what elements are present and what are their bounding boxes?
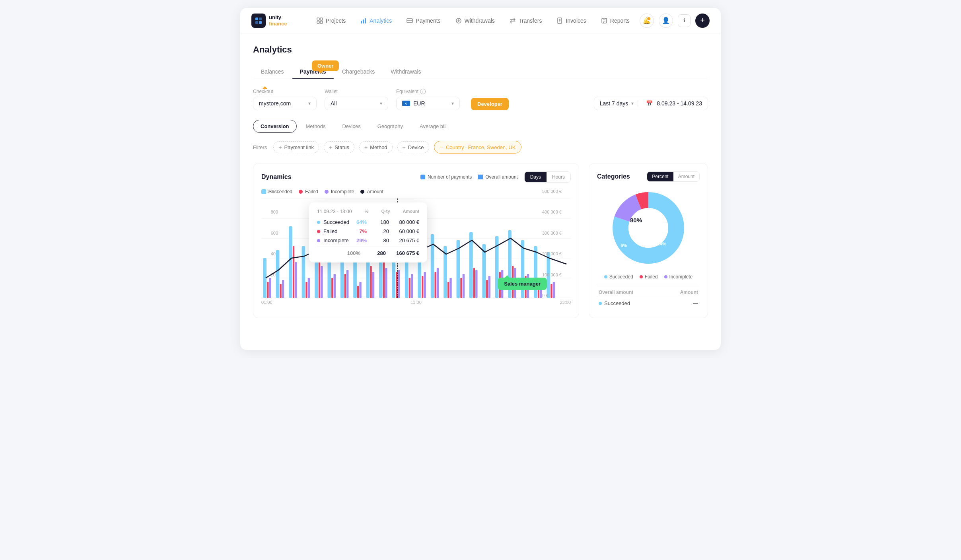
dynamics-header: Dynamics Number of payments Overall amou… [261, 171, 571, 183]
owner-tooltip: Owner [312, 60, 339, 71]
svg-rect-79 [473, 268, 475, 298]
categories-title: Categories [597, 173, 630, 180]
wallet-select[interactable]: All ▾ [325, 97, 388, 110]
tooltip-header: 11.09.23 - 13:00 % Q-ty Amount [317, 209, 419, 214]
hours-toggle-button[interactable]: Hours [547, 172, 570, 182]
days-toggle-button[interactable]: Days [525, 172, 547, 182]
tooltip-divider [317, 247, 419, 247]
profile-button[interactable]: 👤 [659, 14, 673, 28]
nav-invoices[interactable]: Invoices [550, 14, 592, 27]
x-label-0100: 01:00 [261, 300, 272, 305]
pie-label-14: 14% [658, 241, 666, 246]
svg-rect-2 [255, 21, 258, 24]
svg-rect-34 [289, 226, 292, 298]
equivalent-info-icon[interactable]: i [420, 89, 426, 94]
svg-rect-59 [396, 272, 397, 298]
notifications-button[interactable]: 🔔 [640, 14, 654, 28]
dynamics-controls: Number of payments Overall amount Days H… [420, 171, 571, 183]
svg-rect-33 [282, 280, 284, 298]
svg-rect-67 [422, 276, 423, 298]
nav-payments[interactable]: Payments [400, 14, 447, 27]
nav-projects[interactable]: Projects [310, 14, 352, 27]
subtab-devices[interactable]: Devices [335, 120, 368, 133]
y-right-label-200k: 200 000 € [542, 251, 562, 256]
add-button[interactable]: + [695, 14, 710, 28]
svg-rect-37 [302, 246, 305, 298]
subtab-conversion[interactable]: Conversion [253, 120, 297, 133]
nav-reports[interactable]: Reports [594, 14, 636, 27]
subtab-average-bill[interactable]: Average bill [412, 120, 454, 133]
equivalent-select[interactable]: € EUR ▾ [396, 97, 460, 110]
svg-rect-50 [357, 286, 359, 298]
svg-rect-83 [488, 276, 490, 298]
percent-toggle-button[interactable]: Percent [647, 172, 673, 181]
svg-rect-11 [407, 19, 412, 23]
svg-rect-6 [317, 21, 319, 23]
chevron-down-icon: ▾ [380, 101, 382, 106]
nav-transfers[interactable]: Transfers [503, 14, 549, 27]
chart-tooltip: 11.09.23 - 13:00 % Q-ty Amount [309, 202, 427, 262]
logo-box [251, 14, 266, 28]
checkout-select[interactable]: mystore.com ▾ [253, 97, 317, 110]
svg-rect-73 [447, 282, 449, 298]
tab-chargebacks[interactable]: Chargebacks [334, 64, 383, 79]
pie-legend: Succeeded Failed Incomplete [597, 274, 700, 280]
percent-amount-toggle[interactable]: Percent Amount [647, 171, 700, 182]
svg-rect-5 [320, 18, 323, 20]
chart-sub-legend: Succeeded Failed Incomplete Amount [261, 189, 571, 194]
filters-row: Checkout mystore.com ▾ Wallet All ▾ Equi… [253, 89, 708, 110]
svg-rect-54 [372, 272, 374, 298]
bar-chart-area: 01:00 13:00 23:00 11.09.23 - 13:00 % [261, 198, 571, 310]
nav-analytics[interactable]: Analytics [354, 14, 398, 27]
withdraw-icon [455, 17, 462, 24]
categories-header: Categories Percent Amount [597, 171, 700, 182]
sales-manager-tooltip: Sales manager [498, 278, 547, 290]
logo: unityfinance [251, 14, 287, 28]
pie-chart-container: 80% 6% 14% [597, 188, 700, 268]
svg-rect-47 [344, 274, 346, 298]
svg-rect-7 [320, 21, 323, 23]
info-button[interactable]: ℹ [678, 14, 691, 27]
svg-rect-45 [334, 274, 336, 298]
filters-bar: Filters + Payment link + Status + Method… [253, 141, 708, 154]
tab-balances[interactable]: Balances [253, 64, 292, 79]
device-filter[interactable]: + Device [397, 141, 429, 153]
y-label-1000: 1 000 [267, 189, 278, 194]
svg-rect-1 [259, 18, 262, 20]
subtab-methods[interactable]: Methods [298, 120, 333, 133]
legend-line-amount [478, 175, 483, 179]
x-label-1300: 13:00 [410, 300, 422, 305]
date-filter[interactable]: Last 7 days ▾ 📅 8.09.23 - 14.09.23 [594, 97, 708, 110]
days-hours-toggle[interactable]: Days Hours [524, 171, 571, 183]
calendar-icon: 📅 [646, 100, 653, 107]
svg-rect-0 [255, 18, 258, 20]
overall-amount-header: Overall amount [599, 290, 647, 295]
payment-link-filter[interactable]: + Payment link [273, 141, 319, 153]
subtab-geography[interactable]: Geography [370, 120, 410, 133]
legend-color-square [420, 175, 425, 179]
country-filter[interactable]: − Country France, Sweden, UK [434, 141, 522, 154]
plus-icon: + [278, 144, 282, 150]
days-select[interactable]: Last 7 days ▾ [600, 100, 638, 107]
svg-rect-78 [469, 232, 473, 298]
tab-withdrawals[interactable]: Withdrawals [383, 64, 429, 79]
svg-rect-57 [385, 268, 387, 298]
transfer-icon [509, 17, 516, 24]
dynamics-chart: Succeeded Failed Incomplete Amount [261, 189, 571, 310]
report-icon [601, 17, 608, 24]
method-filter[interactable]: + Method [359, 141, 393, 153]
nav-withdrawals[interactable]: Withdrawals [449, 14, 501, 27]
incomplete-legend-dot [664, 275, 667, 278]
legend-incomplete-cat: Incomplete [664, 274, 693, 280]
svg-rect-80 [475, 270, 477, 298]
nav-actions: 🔔 👤 ℹ + [640, 14, 710, 28]
tooltip-total: 100% 280 160 675 € [317, 250, 419, 256]
cat-row-succeeded: Succeeded — [597, 297, 700, 309]
succeeded-row-dot [599, 302, 602, 305]
chevron-down-icon: ▾ [308, 101, 311, 106]
amount-toggle-button[interactable]: Amount [673, 172, 699, 181]
status-filter[interactable]: + Status [324, 141, 354, 153]
tooltip-col-headers: % Q-ty Amount [365, 209, 419, 214]
svg-rect-77 [463, 274, 465, 298]
chart-with-axes: 1 000 800 600 400 200 0 [261, 198, 571, 310]
